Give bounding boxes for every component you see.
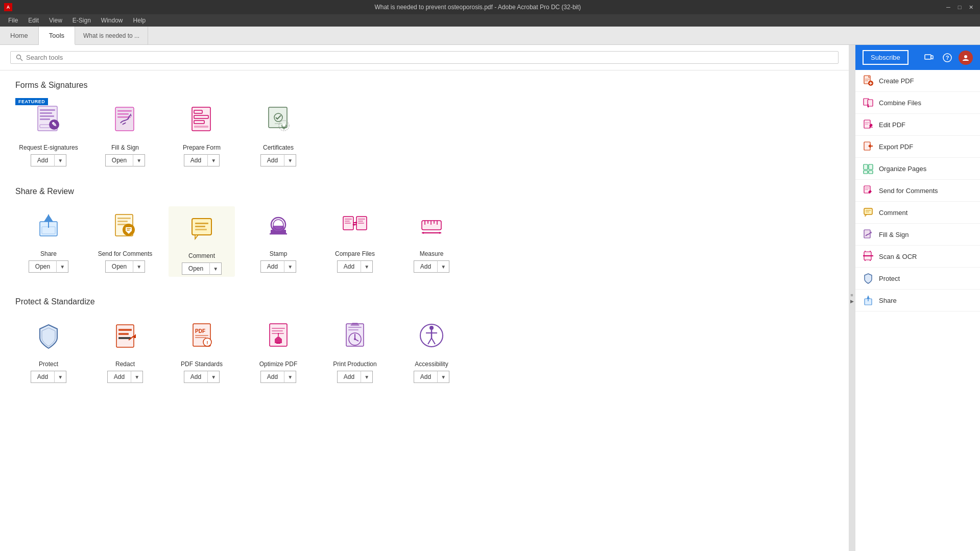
section-forms-signatures: Forms & Signatures FEATURED — [0, 70, 849, 177]
right-tool-protect[interactable]: Protect — [855, 268, 980, 290]
tool-icon-send-for-comments[interactable] — [105, 206, 146, 247]
menu-view[interactable]: View — [45, 16, 66, 25]
tool-icon-print-production[interactable] — [334, 317, 375, 357]
add-button-accessibility[interactable]: Add — [414, 371, 437, 383]
btn-group-accessibility: Add ▼ — [414, 371, 449, 383]
right-tool-combine-files[interactable]: Combine Files — [855, 92, 980, 114]
dropdown-send-for-comments[interactable]: ▼ — [133, 260, 145, 273]
close-button[interactable]: ✕ — [966, 3, 976, 12]
right-share-icon — [863, 295, 874, 306]
right-tool-fill-sign[interactable]: Fill & Sign — [855, 224, 980, 246]
sidebar-divider[interactable]: ≡ ▶ — [849, 45, 855, 551]
svg-rect-57 — [358, 221, 363, 222]
menu-esign[interactable]: E-Sign — [68, 16, 95, 25]
btn-group-request-e-signatures: Add ▼ — [31, 154, 66, 166]
add-button-print-production[interactable]: Add — [337, 371, 361, 383]
menu-edit[interactable]: Edit — [24, 16, 43, 25]
right-tool-label-comment: Comment — [879, 209, 907, 217]
user-avatar[interactable] — [959, 51, 973, 65]
svg-rect-88 — [348, 329, 358, 330]
svg-rect-69 — [118, 329, 132, 331]
tool-icon-accessibility[interactable] — [411, 317, 452, 357]
btn-group-share: Open ▼ — [29, 260, 68, 273]
device-icon[interactable] — [922, 51, 936, 65]
tool-icon-fill-sign[interactable] — [105, 100, 146, 141]
dropdown-share[interactable]: ▼ — [56, 260, 68, 273]
dropdown-fill-sign[interactable]: ▼ — [133, 154, 145, 166]
add-button-stamp[interactable]: Add — [260, 260, 284, 273]
add-button-optimize-pdf[interactable]: Add — [260, 371, 284, 383]
tool-icon-measure[interactable] — [411, 206, 452, 247]
tab-bar: Home Tools What is needed to ... — [0, 27, 980, 45]
right-tool-create-pdf[interactable]: Create PDF — [855, 70, 980, 92]
svg-line-99 — [432, 338, 435, 344]
svg-rect-123 — [869, 164, 873, 170]
svg-point-25 — [282, 124, 285, 127]
subscribe-button[interactable]: Subscribe — [863, 50, 909, 65]
tool-icon-compare-files[interactable] — [334, 206, 375, 247]
open-button-fill-sign[interactable]: Open — [105, 154, 133, 166]
open-button-send-for-comments[interactable]: Open — [105, 260, 133, 273]
open-button-comment[interactable]: Open — [182, 262, 209, 275]
dropdown-stamp[interactable]: ▼ — [284, 260, 296, 273]
content-area[interactable]: Forms & Signatures FEATURED — [0, 45, 849, 551]
tool-item-share: Share Open ▼ — [15, 206, 82, 277]
dropdown-protect[interactable]: ▼ — [54, 371, 66, 383]
tool-name-redact: Redact — [115, 361, 135, 368]
menu-help[interactable]: Help — [129, 16, 150, 25]
tool-icon-share[interactable] — [28, 206, 69, 247]
tool-icon-comment[interactable] — [181, 208, 222, 249]
add-button-measure[interactable]: Add — [414, 260, 437, 273]
add-button-compare-files[interactable]: Add — [337, 260, 361, 273]
help-icon[interactable]: ? — [940, 51, 954, 65]
add-button-prepare-form[interactable]: Add — [184, 154, 207, 166]
add-button-certificates[interactable]: Add — [260, 154, 284, 166]
menu-file[interactable]: File — [4, 16, 22, 25]
dropdown-accessibility[interactable]: ▼ — [437, 371, 449, 383]
dropdown-prepare-form[interactable]: ▼ — [207, 154, 220, 166]
add-button-redact[interactable]: Add — [107, 371, 131, 383]
right-tool-edit-pdf[interactable]: Edit PDF — [855, 114, 980, 136]
menu-window[interactable]: Window — [97, 16, 127, 25]
add-button-request-e-signatures[interactable]: Add — [31, 154, 54, 166]
tool-icon-prepare-form[interactable] — [181, 100, 222, 141]
btn-group-send-for-comments: Open ▼ — [105, 260, 145, 273]
open-button-share[interactable]: Open — [29, 260, 56, 273]
add-button-pdf-standards[interactable]: Add — [184, 371, 207, 383]
dropdown-print-production[interactable]: ▼ — [361, 371, 373, 383]
tool-icon-redact[interactable] — [105, 317, 146, 357]
right-tool-comment[interactable]: Comment — [855, 202, 980, 224]
main-layout: Forms & Signatures FEATURED — [0, 45, 980, 551]
dropdown-redact[interactable]: ▼ — [131, 371, 143, 383]
dropdown-pdf-standards[interactable]: ▼ — [207, 371, 220, 383]
tool-icon-request-e-signatures[interactable]: ✎ — [28, 100, 69, 141]
dropdown-compare-files[interactable]: ▼ — [361, 260, 373, 273]
svg-rect-81 — [272, 328, 285, 329]
right-tool-send-for-comments[interactable]: Send for Comments — [855, 180, 980, 202]
tab-tools[interactable]: Tools — [39, 27, 75, 45]
add-button-protect[interactable]: Add — [31, 371, 54, 383]
maximize-button[interactable]: □ — [954, 3, 965, 12]
tool-name-accessibility: Accessibility — [415, 361, 448, 368]
section-title-protect: Protect & Standardize — [15, 297, 833, 306]
svg-rect-58 — [358, 223, 364, 224]
dropdown-comment[interactable]: ▼ — [209, 262, 222, 275]
dropdown-certificates[interactable]: ▼ — [284, 154, 296, 166]
tool-icon-stamp[interactable] — [258, 206, 299, 247]
svg-text:!: ! — [207, 340, 208, 345]
dropdown-optimize-pdf[interactable]: ▼ — [284, 371, 296, 383]
search-input[interactable] — [26, 54, 833, 61]
tool-icon-protect[interactable] — [28, 317, 69, 357]
right-tool-scan-ocr[interactable]: Scan & OCR — [855, 246, 980, 268]
dropdown-request-e-signatures[interactable]: ▼ — [54, 154, 66, 166]
tab-file[interactable]: What is needed to ... — [75, 27, 148, 44]
right-tool-share[interactable]: Share — [855, 290, 980, 312]
minimize-button[interactable]: ─ — [943, 3, 953, 12]
tool-icon-certificates[interactable] — [258, 100, 299, 141]
tool-icon-pdf-standards[interactable]: PDF ! — [181, 317, 222, 357]
tab-home[interactable]: Home — [0, 27, 39, 44]
tool-icon-optimize-pdf[interactable] — [258, 317, 299, 357]
right-tool-export-pdf[interactable]: Export PDF — [855, 136, 980, 158]
right-tool-organize-pages[interactable]: Organize Pages — [855, 158, 980, 180]
dropdown-measure[interactable]: ▼ — [437, 260, 449, 273]
